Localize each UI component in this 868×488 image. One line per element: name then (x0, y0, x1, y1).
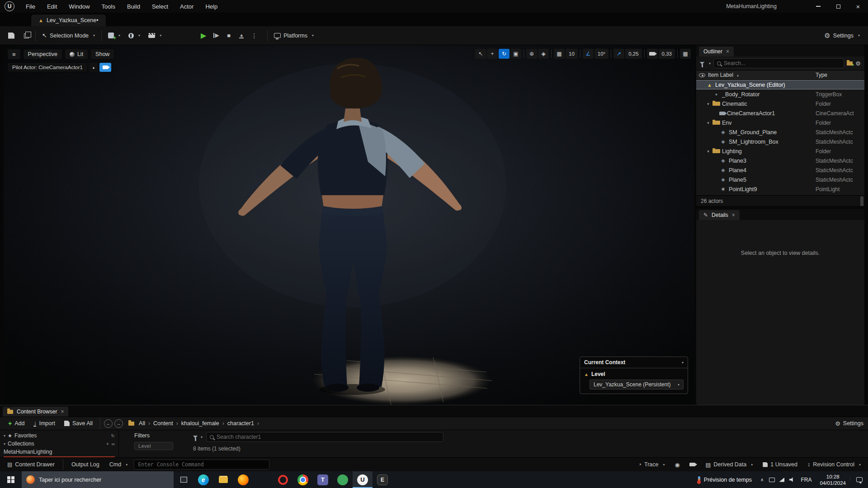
breadcrumb-item[interactable]: character1 (227, 420, 254, 427)
console-command-box[interactable] (134, 460, 269, 469)
play-button[interactable]: ▶ (198, 29, 209, 42)
outliner-row[interactable]: CineCameraActor1CineCameraAct (696, 108, 864, 118)
outliner-row[interactable]: ▾CinematicFolder (696, 99, 864, 108)
breadcrumb-item[interactable]: Content (153, 420, 173, 427)
outliner-row[interactable]: ◈Plane3StaticMeshActc (696, 156, 864, 165)
outliner-scrollbar[interactable] (860, 196, 863, 206)
sidebar-item-collections[interactable]: ▾ Collections +∞ (0, 440, 118, 448)
camera-speed-button[interactable] (647, 49, 658, 59)
output-log-button[interactable]: Output Log (68, 459, 103, 470)
pilot-camera-toggle[interactable] (99, 63, 111, 72)
current-context-header[interactable]: Current Context ▾ (580, 357, 688, 368)
add-collection-icon[interactable]: + (106, 441, 109, 446)
menu-window[interactable]: Window (63, 0, 95, 13)
move-tool-button[interactable]: + (487, 49, 498, 59)
sidebar-item-project-root[interactable]: MetaHumanLighting (0, 448, 118, 456)
collapse-arrow-icon[interactable]: ▾ (706, 121, 711, 125)
platforms-dropdown[interactable]: Platforms ▾ (270, 29, 317, 42)
breadcrumb-item[interactable]: All (139, 420, 145, 427)
console-command-input[interactable] (138, 461, 265, 468)
rotation-snap-button[interactable]: ∠ (583, 49, 594, 59)
trace-dropdown[interactable]: ◔ Trace ▾ (634, 459, 668, 470)
stop-piloting-button[interactable]: ▴ (89, 63, 98, 72)
start-button[interactable] (0, 471, 22, 488)
grid-snap-button[interactable]: ▦ (554, 49, 565, 59)
menu-build[interactable]: Build (121, 0, 146, 13)
collapse-arrow-icon[interactable]: ▾ (706, 149, 711, 154)
viewport-scene[interactable] (4, 45, 694, 405)
close-button[interactable]: × (848, 0, 868, 13)
viewport-options-button[interactable]: ≡ (7, 49, 21, 60)
weather-widget[interactable]: Prévision de temps (693, 471, 757, 488)
blueprints-dropdown[interactable]: ▾ (125, 29, 144, 42)
close-icon[interactable]: × (732, 212, 735, 218)
outliner-row[interactable]: ▲Lev_Yazkua_Scene (Editor) (696, 80, 864, 89)
save-all-button[interactable]: Save All (61, 417, 96, 430)
camera-speed-value[interactable]: 0,33 (659, 49, 675, 59)
surface-snap-button[interactable]: ◈ (538, 49, 549, 59)
unreal-logo-icon[interactable]: U (5, 1, 14, 11)
tray-expand-button[interactable]: ∧ (757, 477, 767, 482)
collapse-arrow-icon[interactable]: ▾ (706, 102, 711, 106)
record-button[interactable]: ◉ (671, 459, 684, 470)
outliner-search[interactable] (713, 58, 844, 68)
breadcrumb-item[interactable]: khaloui_female (181, 420, 219, 427)
gear-icon[interactable]: ⚙ (855, 60, 861, 67)
eye-icon[interactable] (699, 73, 705, 77)
world-space-button[interactable]: ⊕ (526, 49, 537, 59)
menu-help[interactable]: Help (199, 0, 223, 13)
outliner-row[interactable]: ▾EnvFolder (696, 118, 864, 127)
cmd-dropdown[interactable]: Cmd ▾ (106, 459, 131, 470)
outliner-row[interactable]: ◈SM_Ground_PlaneStaticMeshActc (696, 127, 864, 137)
asset-search-input[interactable] (217, 434, 440, 440)
outliner-row[interactable]: ◈Plane4StaticMeshActc (696, 165, 864, 175)
screenshot-button[interactable] (686, 459, 699, 470)
volume-tray-button[interactable] (787, 471, 797, 488)
perspective-dropdown[interactable]: Perspective (23, 49, 62, 60)
taskbar-app-edge[interactable] (193, 471, 213, 488)
selection-mode-dropdown[interactable]: ↖ Selection Mode ▾ (38, 29, 99, 42)
frame-skip-button[interactable]: ▶ (210, 29, 222, 42)
revision-control-dropdown[interactable]: ↕ Revision Control ▾ (804, 459, 864, 470)
menu-tools[interactable]: Tools (96, 0, 121, 13)
forward-button[interactable]: → (114, 419, 123, 428)
language-indicator[interactable]: FRA (797, 477, 816, 483)
scale-snap-value[interactable]: 0,25 (625, 49, 642, 59)
menu-file[interactable]: File (20, 0, 41, 13)
level-context-dropdown[interactable]: Lev_Yazkua_Scene (Persistent) ▾ (590, 380, 684, 389)
taskbar-app-teams[interactable] (313, 471, 333, 488)
save-button[interactable] (5, 29, 18, 42)
column-type[interactable]: Type (816, 72, 864, 78)
add-button[interactable]: + Add (5, 417, 28, 430)
content-browser-tab[interactable]: Content Browser × (3, 407, 68, 417)
content-drawer-button[interactable]: ▤ Content Drawer (4, 459, 58, 470)
menu-select[interactable]: Select (146, 0, 174, 13)
filter-icon[interactable] (700, 62, 704, 65)
sidebar-item-favorites[interactable]: ▾ ★ Favorites ↻ (0, 432, 118, 440)
taskbar-search-input[interactable] (39, 477, 169, 483)
launch-button[interactable]: ▲ (236, 29, 247, 42)
display-tray-button[interactable] (767, 471, 777, 488)
details-tab[interactable]: ✎ Details × (699, 210, 740, 220)
unsaved-button[interactable]: 1 Unsaved (759, 459, 801, 470)
taskbar-clock[interactable]: 10:28 04/01/2024 (816, 474, 850, 486)
taskbar-app-explorer[interactable] (213, 471, 233, 488)
taskbar-app-mail[interactable] (253, 471, 273, 488)
scale-tool-button[interactable]: ▣ (510, 49, 521, 59)
column-item-label[interactable]: Item Label ▴ (708, 72, 816, 78)
taskbar-app-epic[interactable] (373, 471, 392, 488)
settings-dropdown[interactable]: ⚙ Settings ▾ (821, 29, 863, 42)
outliner-row[interactable]: ●_Body_RotatorTriggerBox (696, 89, 864, 99)
browse-button[interactable] (19, 29, 33, 42)
outliner-row[interactable]: ☀PointLight9PointLight (696, 184, 864, 194)
sync-icon[interactable]: ↻ (111, 433, 115, 438)
maximize-button[interactable] (828, 0, 848, 13)
derived-data-dropdown[interactable]: ▤ Derived Data ▾ (702, 459, 756, 470)
menu-edit[interactable]: Edit (41, 0, 63, 13)
cinematics-dropdown[interactable]: ▾ (145, 29, 165, 42)
show-dropdown[interactable]: Show (90, 49, 114, 60)
menu-actor[interactable]: Actor (174, 0, 199, 13)
new-folder-icon[interactable] (847, 61, 853, 66)
taskbar-app-app-green[interactable] (333, 471, 353, 488)
rotate-tool-button[interactable]: ↻ (499, 49, 509, 59)
